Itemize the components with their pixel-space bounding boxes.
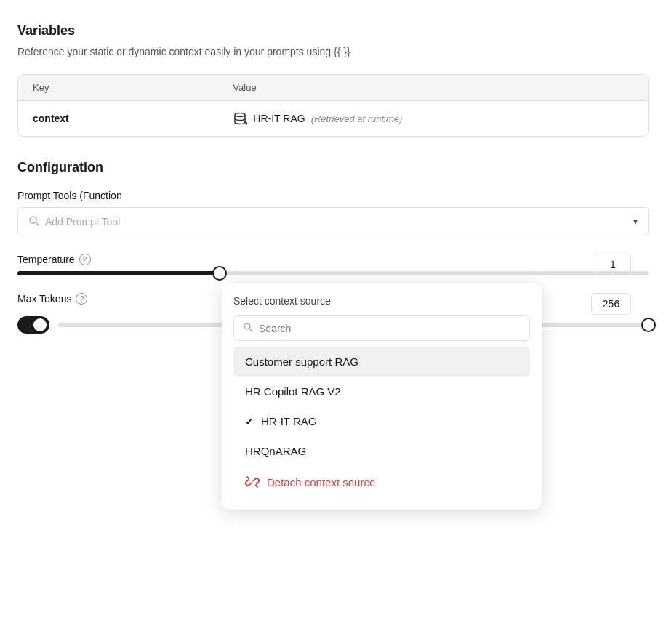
variables-section: Variables Reference your static or dynam… bbox=[17, 23, 649, 137]
temperature-help-icon[interactable]: ? bbox=[79, 254, 91, 265]
item-label: HRQnARAG bbox=[245, 445, 306, 457]
prompt-tool-inner: Add Prompt Tool bbox=[28, 215, 627, 228]
prompt-tools-label: Prompt Tools (Function bbox=[17, 190, 649, 201]
context-value-text: HR-IT RAG bbox=[253, 113, 305, 124]
variables-description: Reference your static or dynamic context… bbox=[17, 44, 649, 60]
svg-line-7 bbox=[247, 477, 249, 479]
dropdown-title: Select context source bbox=[233, 295, 530, 307]
svg-line-6 bbox=[250, 329, 253, 332]
item-label: HR Copilot RAG V2 bbox=[245, 385, 341, 398]
dropdown-items-list: Customer support RAG HR Copilot RAG V2 ✓… bbox=[233, 347, 530, 498]
row-key-context: context bbox=[33, 113, 233, 124]
max-tokens-label: Max Tokens ? bbox=[17, 293, 87, 305]
temperature-value-box[interactable]: 1 bbox=[595, 254, 631, 275]
search-box[interactable] bbox=[233, 315, 530, 341]
dropdown-item-hr-copilot-rag-v2[interactable]: HR Copilot RAG V2 bbox=[233, 377, 530, 406]
table-row: context HR-IT RAG (Retrieved at runtime) bbox=[18, 101, 648, 136]
search-icon bbox=[243, 322, 253, 334]
add-prompt-tool-button[interactable]: Add Prompt Tool ▾ bbox=[17, 207, 649, 236]
detach-context-source-button[interactable]: Detach context source bbox=[233, 466, 530, 498]
dropdown-item-customer-support-rag[interactable]: Customer support RAG bbox=[233, 347, 530, 377]
toggle-knob bbox=[33, 318, 47, 331]
search-icon-prompt bbox=[28, 215, 39, 228]
row-value-context: HR-IT RAG (Retrieved at runtime) bbox=[233, 111, 633, 126]
table-header: Key Value bbox=[18, 75, 648, 101]
link-off-icon bbox=[245, 475, 260, 489]
prompt-tool-dropdown-arrow: ▾ bbox=[633, 217, 638, 227]
item-label: Customer support RAG bbox=[245, 355, 358, 368]
svg-point-2 bbox=[246, 123, 248, 125]
col-header-key: Key bbox=[33, 82, 233, 93]
max-tokens-slider-thumb[interactable] bbox=[641, 318, 656, 332]
dropdown-item-hrqnarag[interactable]: HRQnARAG bbox=[233, 436, 530, 466]
database-icon bbox=[233, 111, 247, 126]
variables-title: Variables bbox=[17, 23, 649, 39]
max-tokens-value-box[interactable]: 256 bbox=[591, 293, 631, 315]
svg-point-5 bbox=[244, 323, 250, 329]
add-prompt-tool-placeholder: Add Prompt Tool bbox=[45, 216, 120, 228]
temperature-slider-track[interactable] bbox=[17, 271, 649, 275]
col-header-value: Value bbox=[233, 82, 633, 93]
check-icon: ✓ bbox=[245, 416, 254, 427]
max-tokens-help-icon[interactable]: ? bbox=[76, 293, 87, 305]
max-tokens-toggle[interactable] bbox=[17, 316, 49, 334]
temperature-slider-container bbox=[17, 271, 649, 275]
context-source-dropdown: Select context source Customer support R… bbox=[222, 283, 542, 510]
search-input[interactable] bbox=[259, 323, 521, 334]
configuration-title: Configuration bbox=[17, 160, 649, 175]
item-label: HR-IT RAG bbox=[261, 415, 316, 427]
temperature-label: Temperature ? bbox=[17, 254, 91, 265]
runtime-note: (Retrieved at runtime) bbox=[311, 113, 403, 124]
detach-label: Detach context source bbox=[267, 476, 375, 488]
temperature-row: Temperature ? bbox=[17, 254, 649, 265]
svg-point-0 bbox=[235, 113, 245, 117]
dropdown-item-hr-it-rag[interactable]: ✓ HR-IT RAG bbox=[233, 406, 530, 436]
temperature-slider-thumb[interactable] bbox=[212, 266, 227, 281]
variables-table: Key Value context HR-IT RAG (Retrieved a… bbox=[17, 74, 649, 137]
temperature-slider-fill bbox=[17, 271, 220, 275]
svg-line-8 bbox=[256, 486, 258, 488]
svg-line-4 bbox=[36, 222, 39, 225]
